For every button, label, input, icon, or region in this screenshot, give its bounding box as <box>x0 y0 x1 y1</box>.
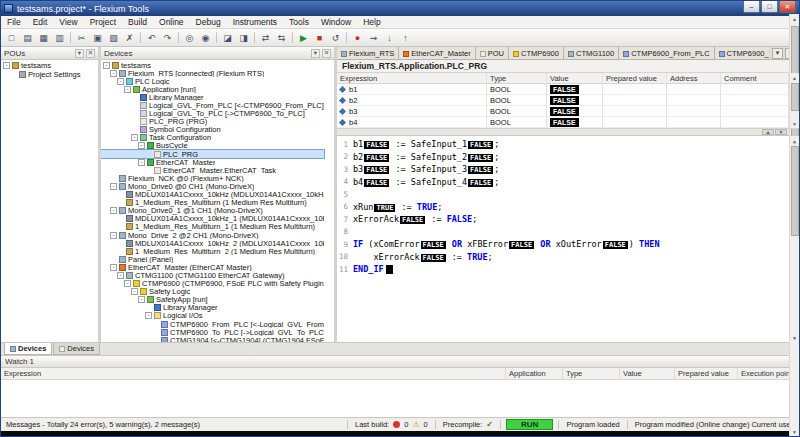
pou-tree-item[interactable]: testsams <box>1 61 98 70</box>
device-tree-item[interactable]: Flexium_RTS [connected] (Flexium RTS) <box>101 69 324 77</box>
device-tree-item[interactable]: Application [run] <box>101 85 324 93</box>
expander-icon[interactable] <box>145 312 152 319</box>
menu-item[interactable]: Window <box>315 16 357 28</box>
expander-icon[interactable] <box>103 62 110 69</box>
declaration-column-header[interactable]: Type <box>487 73 547 84</box>
delete-icon[interactable]: ✗ <box>122 30 137 45</box>
expander-icon[interactable] <box>131 288 138 295</box>
editor-tab[interactable]: CTMG1100 <box>564 47 619 59</box>
editor-splitter[interactable]: ▲▼ <box>337 129 799 136</box>
expander-icon[interactable] <box>117 78 124 85</box>
watch-column-header[interactable]: Value <box>620 368 675 380</box>
device-tree-item[interactable]: Panel (Panel) <box>101 255 324 263</box>
find-icon[interactable]: ◎ <box>182 30 197 45</box>
dock-tab[interactable]: Devices <box>4 343 52 355</box>
device-tree-item[interactable]: CTMP6900_To_PLC [->Logical_GVL_To_PLC] (… <box>101 328 324 336</box>
print-icon[interactable]: ▥ <box>52 30 67 45</box>
device-tree-item[interactable]: Safety Logic <box>101 288 324 296</box>
redo-icon[interactable]: ↷ <box>160 30 175 45</box>
editor-tab[interactable]: CTMP6900_From_PLC <box>619 47 714 59</box>
device-tree-item[interactable]: Logical I/Os <box>101 312 324 320</box>
declaration-column-header[interactable]: Address <box>667 73 721 84</box>
logout-icon[interactable]: ⇆ <box>274 30 289 45</box>
device-tree-item[interactable]: SafetyApp [run] <box>101 296 324 304</box>
new-file-icon[interactable]: □ <box>4 30 19 45</box>
declaration-column-header[interactable]: Value <box>547 73 603 84</box>
declaration-column-header[interactable]: Prepared value <box>603 73 667 84</box>
expander-icon[interactable] <box>110 264 117 271</box>
device-tree-item[interactable]: 1_Medium_Res_Multiturn_2 (1 Medium Res M… <box>101 247 324 255</box>
build-icon[interactable]: ◪ <box>220 30 235 45</box>
device-tree-item[interactable]: CTMG1100 (CTMG1100 EtherCAT Gateway) <box>101 271 324 279</box>
device-tree-item[interactable]: PLC Logic <box>101 77 324 85</box>
login-icon[interactable]: ⇄ <box>258 30 273 45</box>
device-tree-item[interactable]: EtherCAT_Master.EtherCAT_Task <box>101 166 324 174</box>
device-tree-item[interactable]: Library Manager <box>101 304 324 312</box>
watch-column-header[interactable]: Application <box>506 368 563 380</box>
generate-code-icon[interactable]: ◨ <box>236 30 251 45</box>
step-into-icon[interactable]: ↓ <box>382 30 397 45</box>
messages-summary[interactable]: Messages - Totally 24 error(s), 5 warnin… <box>6 420 342 429</box>
watch-body[interactable] <box>1 380 799 417</box>
menu-item[interactable]: Online <box>153 16 190 28</box>
cut-icon[interactable]: ✂ <box>74 30 89 45</box>
editor-tab[interactable]: CTMP6900_To_PLC <box>715 47 769 59</box>
declaration-column-header[interactable]: Comment <box>721 73 789 84</box>
toolbar-icon[interactable] <box>140 32 141 43</box>
scroll-down-icon[interactable]: ▼ <box>792 119 797 128</box>
menu-item[interactable]: Edit <box>27 16 54 28</box>
expander-icon[interactable] <box>138 142 145 149</box>
start-icon[interactable]: ▶ <box>296 30 311 45</box>
expander-icon[interactable] <box>124 280 131 287</box>
tab-list-icon[interactable]: ▼ <box>772 48 783 59</box>
stop-icon[interactable]: ■ <box>312 30 327 45</box>
expander-icon[interactable] <box>124 86 131 93</box>
open-project-icon[interactable]: ▤ <box>20 30 35 45</box>
minimize-button[interactable]: – <box>743 1 760 13</box>
device-tree-item[interactable]: 1_Medium_Res_Multiturn_1 (1 Medium Res M… <box>101 223 324 231</box>
declaration-row[interactable]: b3 BOOL FALSE <box>337 106 789 117</box>
dock-tab[interactable]: Devices <box>53 343 100 355</box>
device-tree-item[interactable]: PLC_PRG (PRG) <box>101 118 324 126</box>
menu-item[interactable]: View <box>53 16 83 28</box>
expander-icon[interactable] <box>138 159 145 166</box>
scroll-up-icon[interactable]: ▲ <box>792 73 797 82</box>
code-editor[interactable]: 1b1FALSE := SafeInput_1FALSE;2b2FALSE :=… <box>337 136 799 342</box>
scroll-up-icon[interactable]: ▲ <box>793 136 796 145</box>
reset-icon[interactable]: ↺ <box>328 30 343 45</box>
menu-item[interactable]: Build <box>122 16 153 28</box>
splitter-down-icon[interactable]: ▼ <box>775 129 787 135</box>
toolbar-icon[interactable] <box>254 32 255 43</box>
watch-column-header[interactable]: Expression <box>1 368 506 380</box>
device-tree-item[interactable]: PLC_PRG <box>101 150 324 158</box>
panel-close-icon[interactable]: ✕ <box>322 49 331 58</box>
editor-tab[interactable]: EtherCAT_Master <box>399 47 475 59</box>
toolbar-icon[interactable] <box>216 32 217 43</box>
device-tree-item[interactable]: CTMG1904 [<-CTMG1904] (CTMG1904 FSoE Mes… <box>101 336 324 342</box>
editor-tab[interactable]: Flexium_RTS <box>337 47 399 59</box>
expander-icon[interactable] <box>3 62 10 69</box>
watch-column-header[interactable]: Type <box>563 368 620 380</box>
step-out-icon[interactable]: ↑ <box>398 30 413 45</box>
menu-item[interactable]: Tools <box>283 16 315 28</box>
declaration-column-header[interactable]: Expression <box>337 73 487 84</box>
device-tree-item[interactable]: Mono_Drive_2 @2 CH1 (Mono-DriveX) <box>101 231 324 239</box>
replace-icon[interactable]: ◉ <box>198 30 213 45</box>
expander-icon[interactable] <box>117 272 124 279</box>
device-tree-item[interactable]: Mono_Drive0_1 @1 CH1 (Mono-DriveX) <box>101 207 324 215</box>
maximize-button[interactable]: □ <box>761 1 778 13</box>
toolbar-icon[interactable] <box>346 32 347 43</box>
device-tree-item[interactable]: CTMP6900 (CTMP6900, FSoE PLC with Safety… <box>101 280 324 288</box>
expander-icon[interactable] <box>110 207 117 214</box>
save-icon[interactable]: ▦ <box>36 30 51 45</box>
panel-menu-icon[interactable]: ▾ <box>75 49 84 58</box>
device-tree-item[interactable]: testsams <box>101 61 324 69</box>
scroll-down-icon[interactable]: ▼ <box>793 333 796 342</box>
declaration-row[interactable]: b2 BOOL FALSE <box>337 95 789 106</box>
declaration-scrollbar[interactable]: ▲ ▼ <box>789 73 799 128</box>
close-button[interactable]: ✕ <box>779 1 796 13</box>
device-tree-item[interactable]: Flexium_NCK @0 (Flexium+ NCK) <box>101 174 324 182</box>
menu-item[interactable]: File <box>1 16 27 28</box>
menu-item[interactable]: Project <box>84 16 122 28</box>
scroll-down-icon[interactable]: ▼ <box>792 427 797 436</box>
